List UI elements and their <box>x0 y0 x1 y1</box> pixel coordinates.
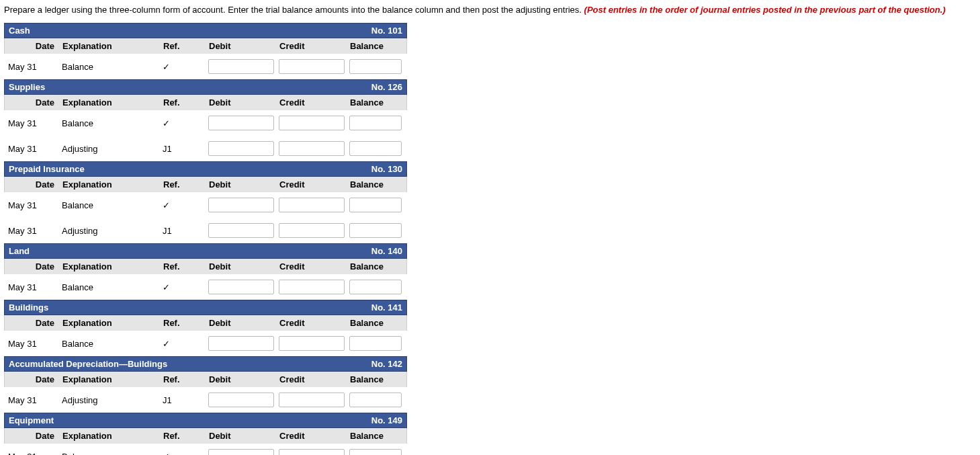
cell-ref: ✓ <box>159 280 206 295</box>
cell-ref: J1 <box>159 141 206 157</box>
header-explanation: Explanation <box>58 177 159 192</box>
cell-ref: ✓ <box>159 336 206 351</box>
instructions-emph: (Post entries in the order of journal en… <box>584 5 946 15</box>
credit-input[interactable] <box>279 141 345 156</box>
debit-input[interactable] <box>208 392 274 407</box>
header-credit: Credit <box>277 38 347 54</box>
account-number: No. 142 <box>371 359 402 369</box>
account-name: Prepaid Insurance <box>9 164 85 174</box>
account-title-bar: SuppliesNo. 126 <box>4 79 407 95</box>
credit-input[interactable] <box>279 449 345 455</box>
header-credit: Credit <box>277 177 347 192</box>
account-number: No. 126 <box>371 82 402 92</box>
header-ref: Ref. <box>159 95 206 110</box>
header-ref: Ref. <box>159 372 206 387</box>
credit-input[interactable] <box>279 116 345 130</box>
header-credit: Credit <box>277 372 347 387</box>
header-credit: Credit <box>277 95 347 110</box>
account-name: Accumulated Depreciation—Buildings <box>9 359 167 369</box>
credit-input[interactable] <box>279 59 345 74</box>
account-number: No. 149 <box>371 415 402 425</box>
balance-input[interactable] <box>349 116 402 130</box>
header-balance: Balance <box>347 428 404 444</box>
header-debit: Debit <box>206 95 277 110</box>
column-headers: DateExplanationRef.DebitCreditBalance <box>4 177 407 192</box>
credit-input[interactable] <box>279 223 345 238</box>
account-title-bar: Accumulated Depreciation—BuildingsNo. 14… <box>4 356 407 372</box>
cell-date: May 31 <box>4 198 58 213</box>
cell-ref: ✓ <box>159 116 206 131</box>
cell-date: May 31 <box>4 59 58 75</box>
cell-ref: J1 <box>159 392 206 408</box>
cell-date: May 31 <box>4 141 58 157</box>
account-number: No. 101 <box>371 26 402 36</box>
header-date: Date <box>5 315 58 331</box>
balance-input[interactable] <box>349 449 402 455</box>
cell-ref: ✓ <box>159 198 206 213</box>
header-balance: Balance <box>347 38 404 54</box>
debit-input[interactable] <box>208 59 274 74</box>
header-date: Date <box>5 95 58 110</box>
cell-ref: ✓ <box>159 449 206 455</box>
credit-input[interactable] <box>279 336 345 351</box>
account-title-bar: EquipmentNo. 149 <box>4 413 407 428</box>
cell-date: May 31 <box>4 223 58 239</box>
ledger-row: May 31AdjustingJ1 <box>4 136 407 161</box>
header-debit: Debit <box>206 315 277 331</box>
header-debit: Debit <box>206 38 277 54</box>
balance-input[interactable] <box>349 280 402 294</box>
ledger-row: May 31Balance✓ <box>4 274 407 300</box>
header-date: Date <box>5 372 58 387</box>
account-name: Cash <box>9 26 30 36</box>
cell-explanation: Adjusting <box>58 141 159 157</box>
column-headers: DateExplanationRef.DebitCreditBalance <box>4 95 407 110</box>
column-headers: DateExplanationRef.DebitCreditBalance <box>4 259 407 274</box>
cell-ref: J1 <box>159 223 206 239</box>
header-date: Date <box>5 259 58 274</box>
header-balance: Balance <box>347 259 404 274</box>
header-explanation: Explanation <box>58 95 159 110</box>
balance-input[interactable] <box>349 336 402 351</box>
column-headers: DateExplanationRef.DebitCreditBalance <box>4 372 407 387</box>
header-credit: Credit <box>277 428 347 444</box>
balance-input[interactable] <box>349 59 402 74</box>
header-debit: Debit <box>206 177 277 192</box>
account-title-bar: CashNo. 101 <box>4 23 407 38</box>
cell-date: May 31 <box>4 449 58 455</box>
debit-input[interactable] <box>208 223 274 238</box>
balance-input[interactable] <box>349 392 402 407</box>
instructions: Prepare a ledger using the three-column … <box>4 4 976 16</box>
header-ref: Ref. <box>159 177 206 192</box>
debit-input[interactable] <box>208 198 274 212</box>
account-number: No. 141 <box>371 302 402 313</box>
header-date: Date <box>5 38 58 54</box>
debit-input[interactable] <box>208 449 274 455</box>
credit-input[interactable] <box>279 280 345 294</box>
header-ref: Ref. <box>159 259 206 274</box>
balance-input[interactable] <box>349 141 402 156</box>
cell-explanation: Balance <box>58 336 159 351</box>
column-headers: DateExplanationRef.DebitCreditBalance <box>4 315 407 331</box>
header-balance: Balance <box>347 95 404 110</box>
header-credit: Credit <box>277 315 347 331</box>
ledger-row: May 31AdjustingJ1 <box>4 387 407 413</box>
header-date: Date <box>5 428 58 444</box>
debit-input[interactable] <box>208 336 274 351</box>
balance-input[interactable] <box>349 223 402 238</box>
account-title-bar: LandNo. 140 <box>4 243 407 259</box>
balance-input[interactable] <box>349 198 402 212</box>
credit-input[interactable] <box>279 198 345 212</box>
account-name: Equipment <box>9 415 54 425</box>
account-number: No. 140 <box>371 246 402 256</box>
account-title-bar: Prepaid InsuranceNo. 130 <box>4 161 407 177</box>
ledger-row: May 31Balance✓ <box>4 331 407 356</box>
debit-input[interactable] <box>208 116 274 130</box>
credit-input[interactable] <box>279 392 345 407</box>
header-explanation: Explanation <box>58 38 159 54</box>
debit-input[interactable] <box>208 280 274 294</box>
ledger-row: May 31Balance✓ <box>4 110 407 136</box>
debit-input[interactable] <box>208 141 274 156</box>
header-debit: Debit <box>206 259 277 274</box>
header-explanation: Explanation <box>58 259 159 274</box>
cell-date: May 31 <box>4 336 58 351</box>
